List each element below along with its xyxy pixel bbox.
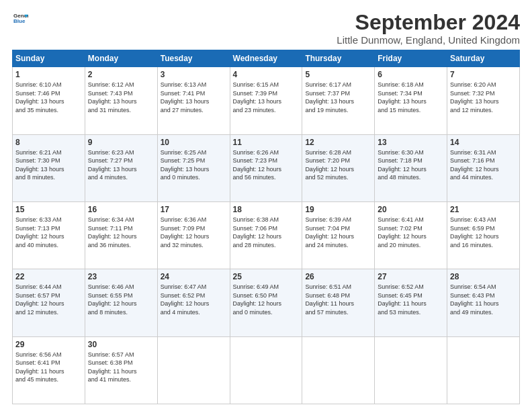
logo: General Blue bbox=[12, 11, 28, 28]
calendar-cell: 4Sunrise: 6:15 AM Sunset: 7:39 PM Daylig… bbox=[230, 67, 302, 134]
day-number: 20 bbox=[378, 205, 444, 214]
day-number: 9 bbox=[88, 138, 154, 147]
weekday-header-friday: Friday bbox=[375, 50, 447, 67]
day-number: 14 bbox=[450, 138, 517, 147]
calendar-cell: 1Sunrise: 6:10 AM Sunset: 7:46 PM Daylig… bbox=[13, 67, 85, 134]
day-number: 28 bbox=[450, 272, 517, 281]
day-number: 21 bbox=[450, 205, 517, 214]
weekday-header-tuesday: Tuesday bbox=[157, 50, 230, 67]
calendar-cell: 29Sunrise: 6:56 AM Sunset: 6:41 PM Dayli… bbox=[13, 336, 85, 404]
day-number: 19 bbox=[305, 205, 371, 214]
cell-daylight-info: Sunrise: 6:36 AM Sunset: 7:09 PM Dayligh… bbox=[161, 216, 227, 249]
calendar-cell bbox=[375, 336, 447, 404]
calendar-cell: 25Sunrise: 6:49 AM Sunset: 6:50 PM Dayli… bbox=[230, 269, 302, 336]
cell-daylight-info: Sunrise: 6:30 AM Sunset: 7:18 PM Dayligh… bbox=[378, 148, 444, 182]
calendar-cell: 2Sunrise: 6:12 AM Sunset: 7:43 PM Daylig… bbox=[85, 67, 157, 134]
calendar-cell bbox=[157, 336, 230, 404]
calendar-cell: 5Sunrise: 6:17 AM Sunset: 7:37 PM Daylig… bbox=[302, 67, 375, 134]
day-number: 18 bbox=[233, 205, 300, 214]
day-number: 4 bbox=[233, 70, 300, 79]
day-number: 12 bbox=[305, 138, 371, 147]
calendar-cell: 7Sunrise: 6:20 AM Sunset: 7:32 PM Daylig… bbox=[447, 67, 520, 134]
day-number: 16 bbox=[88, 205, 154, 214]
cell-daylight-info: Sunrise: 6:31 AM Sunset: 7:16 PM Dayligh… bbox=[450, 148, 517, 182]
cell-daylight-info: Sunrise: 6:18 AM Sunset: 7:34 PM Dayligh… bbox=[378, 81, 444, 114]
day-number: 17 bbox=[161, 205, 227, 214]
calendar-cell: 3Sunrise: 6:13 AM Sunset: 7:41 PM Daylig… bbox=[157, 67, 230, 134]
day-number: 24 bbox=[161, 272, 227, 281]
day-number: 3 bbox=[161, 70, 227, 79]
cell-daylight-info: Sunrise: 6:28 AM Sunset: 7:20 PM Dayligh… bbox=[305, 148, 371, 182]
cell-daylight-info: Sunrise: 6:33 AM Sunset: 7:13 PM Dayligh… bbox=[15, 216, 82, 249]
calendar-cell: 27Sunrise: 6:52 AM Sunset: 6:45 PM Dayli… bbox=[375, 269, 447, 336]
cell-daylight-info: Sunrise: 6:43 AM Sunset: 6:59 PM Dayligh… bbox=[450, 216, 517, 249]
calendar-table: SundayMondayTuesdayWednesdayThursdayFrid… bbox=[12, 50, 520, 404]
calendar-cell bbox=[302, 336, 375, 404]
cell-daylight-info: Sunrise: 6:21 AM Sunset: 7:30 PM Dayligh… bbox=[15, 148, 82, 182]
calendar-cell: 16Sunrise: 6:34 AM Sunset: 7:11 PM Dayli… bbox=[85, 201, 157, 269]
cell-daylight-info: Sunrise: 6:46 AM Sunset: 6:55 PM Dayligh… bbox=[88, 283, 154, 316]
weekday-header-thursday: Thursday bbox=[302, 50, 375, 67]
calendar-cell: 30Sunrise: 6:57 AM Sunset: 6:38 PM Dayli… bbox=[85, 336, 157, 404]
cell-daylight-info: Sunrise: 6:57 AM Sunset: 6:38 PM Dayligh… bbox=[88, 351, 154, 384]
weekday-header-saturday: Saturday bbox=[447, 50, 520, 67]
weekday-header-sunday: Sunday bbox=[13, 50, 85, 67]
calendar-cell: 15Sunrise: 6:33 AM Sunset: 7:13 PM Dayli… bbox=[13, 201, 85, 269]
weekday-header-wednesday: Wednesday bbox=[230, 50, 302, 67]
cell-daylight-info: Sunrise: 6:51 AM Sunset: 6:48 PM Dayligh… bbox=[305, 283, 371, 316]
svg-text:Blue: Blue bbox=[13, 18, 26, 24]
calendar-cell bbox=[230, 336, 302, 404]
day-number: 22 bbox=[15, 272, 82, 281]
cell-daylight-info: Sunrise: 6:17 AM Sunset: 7:37 PM Dayligh… bbox=[305, 81, 371, 114]
cell-daylight-info: Sunrise: 6:10 AM Sunset: 7:46 PM Dayligh… bbox=[15, 81, 82, 114]
title-block: September 2024 Little Dunmow, England, U… bbox=[337, 11, 520, 46]
cell-daylight-info: Sunrise: 6:23 AM Sunset: 7:27 PM Dayligh… bbox=[88, 148, 154, 182]
cell-daylight-info: Sunrise: 6:44 AM Sunset: 6:57 PM Dayligh… bbox=[15, 283, 82, 316]
cell-daylight-info: Sunrise: 6:54 AM Sunset: 6:43 PM Dayligh… bbox=[450, 283, 517, 316]
calendar-cell: 19Sunrise: 6:39 AM Sunset: 7:04 PM Dayli… bbox=[302, 201, 375, 269]
cell-daylight-info: Sunrise: 6:15 AM Sunset: 7:39 PM Dayligh… bbox=[233, 81, 300, 114]
calendar-cell: 6Sunrise: 6:18 AM Sunset: 7:34 PM Daylig… bbox=[375, 67, 447, 134]
cell-daylight-info: Sunrise: 6:20 AM Sunset: 7:32 PM Dayligh… bbox=[450, 81, 517, 114]
calendar-cell: 21Sunrise: 6:43 AM Sunset: 6:59 PM Dayli… bbox=[447, 201, 520, 269]
calendar-cell: 26Sunrise: 6:51 AM Sunset: 6:48 PM Dayli… bbox=[302, 269, 375, 336]
logo-icon: General Blue bbox=[13, 11, 28, 26]
day-number: 11 bbox=[233, 138, 300, 147]
day-number: 30 bbox=[88, 340, 154, 349]
day-number: 8 bbox=[15, 138, 82, 147]
calendar-cell: 28Sunrise: 6:54 AM Sunset: 6:43 PM Dayli… bbox=[447, 269, 520, 336]
day-number: 2 bbox=[88, 70, 154, 79]
calendar-cell: 12Sunrise: 6:28 AM Sunset: 7:20 PM Dayli… bbox=[302, 134, 375, 201]
calendar-cell: 24Sunrise: 6:47 AM Sunset: 6:52 PM Dayli… bbox=[157, 269, 230, 336]
calendar-cell: 8Sunrise: 6:21 AM Sunset: 7:30 PM Daylig… bbox=[13, 134, 85, 201]
day-number: 25 bbox=[233, 272, 300, 281]
day-number: 27 bbox=[378, 272, 444, 281]
calendar-cell: 11Sunrise: 6:26 AM Sunset: 7:23 PM Dayli… bbox=[230, 134, 302, 201]
cell-daylight-info: Sunrise: 6:12 AM Sunset: 7:43 PM Dayligh… bbox=[88, 81, 154, 114]
cell-daylight-info: Sunrise: 6:39 AM Sunset: 7:04 PM Dayligh… bbox=[305, 216, 371, 249]
month-title: September 2024 bbox=[337, 11, 520, 34]
calendar-cell: 13Sunrise: 6:30 AM Sunset: 7:18 PM Dayli… bbox=[375, 134, 447, 201]
day-number: 10 bbox=[161, 138, 227, 147]
calendar-cell: 18Sunrise: 6:38 AM Sunset: 7:06 PM Dayli… bbox=[230, 201, 302, 269]
header: General Blue September 2024 Little Dunmo… bbox=[12, 11, 520, 46]
day-number: 29 bbox=[15, 340, 82, 349]
calendar-cell: 14Sunrise: 6:31 AM Sunset: 7:16 PM Dayli… bbox=[447, 134, 520, 201]
calendar-cell: 10Sunrise: 6:25 AM Sunset: 7:25 PM Dayli… bbox=[157, 134, 230, 201]
cell-daylight-info: Sunrise: 6:34 AM Sunset: 7:11 PM Dayligh… bbox=[88, 216, 154, 249]
cell-daylight-info: Sunrise: 6:38 AM Sunset: 7:06 PM Dayligh… bbox=[233, 216, 300, 249]
calendar-cell: 22Sunrise: 6:44 AM Sunset: 6:57 PM Dayli… bbox=[13, 269, 85, 336]
calendar-cell: 17Sunrise: 6:36 AM Sunset: 7:09 PM Dayli… bbox=[157, 201, 230, 269]
day-number: 13 bbox=[378, 138, 444, 147]
cell-daylight-info: Sunrise: 6:49 AM Sunset: 6:50 PM Dayligh… bbox=[233, 283, 300, 316]
page: General Blue September 2024 Little Dunmo… bbox=[0, 0, 532, 411]
calendar-cell bbox=[447, 336, 520, 404]
cell-daylight-info: Sunrise: 6:13 AM Sunset: 7:41 PM Dayligh… bbox=[161, 81, 227, 114]
day-number: 6 bbox=[378, 70, 444, 79]
weekday-header-monday: Monday bbox=[85, 50, 157, 67]
cell-daylight-info: Sunrise: 6:52 AM Sunset: 6:45 PM Dayligh… bbox=[378, 283, 444, 316]
location: Little Dunmow, England, United Kingdom bbox=[337, 34, 520, 46]
day-number: 7 bbox=[450, 70, 517, 79]
day-number: 1 bbox=[15, 70, 82, 79]
cell-daylight-info: Sunrise: 6:26 AM Sunset: 7:23 PM Dayligh… bbox=[233, 148, 300, 182]
